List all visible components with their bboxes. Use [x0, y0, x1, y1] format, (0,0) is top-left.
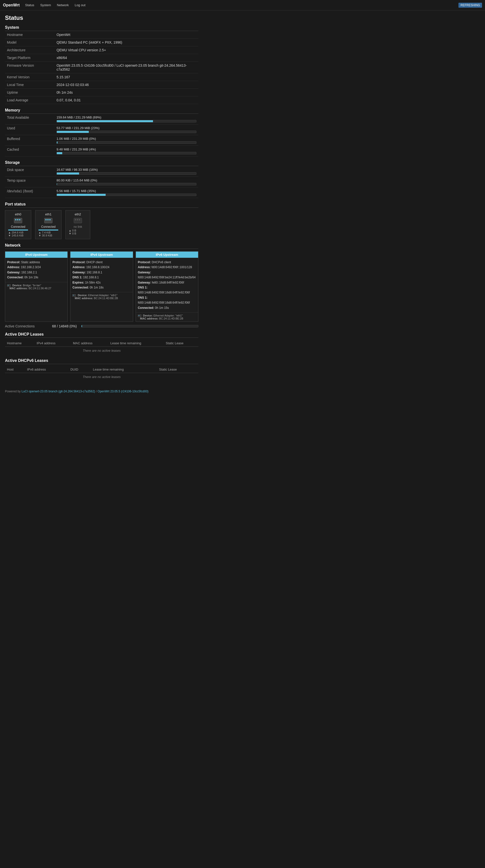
memory-row-value: 159.64 MiB / 231.29 MiB (69%)	[55, 114, 199, 124]
system-row: ModelQEMU Standard PC (i440FX + PIIX, 19…	[5, 39, 199, 46]
system-row: Firmware VersionOpenWrt 23.05.5 r24106-1…	[5, 62, 199, 73]
memory-row-label: Total Available	[5, 114, 55, 124]
port-upload-icon: ▲	[69, 229, 71, 232]
network-card-header: IPv4 Upstream	[5, 252, 67, 258]
svg-rect-2	[17, 219, 18, 220]
port-status-text: Connected	[38, 225, 58, 228]
mac-label: MAC address:	[140, 317, 158, 320]
network-section-title: Network	[5, 243, 199, 249]
system-row-value: 0.07, 0.04, 0.01	[55, 96, 199, 104]
address-label: Address:	[7, 266, 20, 269]
dhcp-col-header: Lease time remaining	[108, 340, 164, 347]
dhcp-leases-title: Active DHCP Leases	[5, 332, 199, 338]
connected-label: Connected:	[72, 286, 89, 289]
memory-row-value: 1.06 MiB / 231.29 MiB (0%)	[55, 135, 199, 146]
system-row-label: Hostname	[5, 31, 55, 39]
storage-row-value: 80.00 KiB / 115.64 MiB (0%)	[55, 177, 199, 187]
svg-rect-3	[19, 219, 20, 220]
port-upload-icon: ▲	[38, 231, 41, 234]
port-traffic: ▲ 0 B ▼ 0 B	[69, 229, 87, 235]
port-traffic: ▲ 294.6 KiB ▼ 145.6 KiB	[8, 231, 28, 237]
port-status-bar	[8, 229, 28, 230]
svg-rect-15	[8, 285, 9, 285]
system-row-label: Architecture	[5, 46, 55, 54]
brand: OpenWrt	[3, 3, 20, 7]
system-row-label: Firmware Version	[5, 62, 55, 73]
system-row-label: Load Average	[5, 96, 55, 104]
port-upload-icon: ▲	[8, 231, 11, 234]
svg-rect-0	[14, 218, 22, 223]
system-row: Kernel Version5.15.167	[5, 73, 199, 81]
device-icon	[7, 284, 11, 287]
memory-row: Buffered 1.06 MiB / 231.29 MiB (0%)	[5, 135, 199, 146]
memory-progress-fill	[57, 120, 153, 122]
port-status-section: eth0 Connected ▲ 294.6 KiB ▼ 145.6 KiB e…	[5, 210, 199, 239]
memory-progress-label: 9.48 MiB / 231.29 MiB (4%)	[57, 148, 196, 151]
dhcp-leases-table: HostnameIPv4 addressMAC addressLease tim…	[5, 340, 199, 354]
gateway-label: Gateway:	[138, 271, 151, 274]
storage-progress-fill	[57, 183, 57, 185]
nav-system[interactable]: System	[38, 2, 53, 8]
protocol-label: Protocol:	[72, 260, 86, 264]
storage-progress-label: 5.56 MiB / 15.71 MiB (35%)	[57, 189, 196, 193]
mac-label: MAC address:	[9, 287, 28, 290]
memory-progress-fill	[57, 142, 58, 144]
storage-progress-bar	[57, 193, 196, 196]
device-icon	[138, 314, 141, 317]
navbar: OpenWrt Status System Network Log out RE…	[0, 0, 485, 10]
system-row-value: 2024-12-03 02:03:46	[55, 81, 199, 89]
svg-rect-8	[74, 218, 82, 223]
svg-rect-7	[49, 219, 51, 220]
device-icon	[72, 294, 76, 297]
system-row: HostnameOpenWrt	[5, 31, 199, 39]
network-card: IPv6 Upstream Protocol: DHCPv6 client Ad…	[135, 251, 199, 322]
expires-label: Expires:	[72, 281, 84, 284]
system-section-title: System	[5, 25, 199, 31]
dhcp-col-header: Static Lease	[164, 340, 199, 347]
connected-label: Connected:	[7, 276, 24, 279]
address-label: Address:	[72, 266, 85, 269]
memory-row: Used 53.77 MiB / 231.29 MiB (23%)	[5, 124, 199, 135]
memory-progress-label: 159.64 MiB / 231.29 MiB (69%)	[57, 116, 196, 119]
dhcpv6-col-header: Static Lease	[157, 366, 199, 373]
svg-rect-23	[139, 315, 140, 316]
network-card-footer: Device: Ethernet Adapter: "eth1" MAC add…	[136, 312, 198, 321]
address-label: Address:	[138, 266, 151, 269]
system-row-label: Uptime	[5, 89, 55, 96]
memory-progress-bar	[57, 120, 196, 122]
dhcpv6-col-header: DUID	[68, 366, 91, 373]
dhcpv6-leases-table: HostIPv6 addressDUIDLease time remaining…	[5, 366, 199, 381]
port-name: eth1	[38, 212, 58, 216]
svg-rect-19	[73, 295, 74, 296]
nav-network[interactable]: Network	[54, 2, 71, 8]
storage-row-label: Temp space	[5, 177, 55, 187]
memory-progress-fill	[57, 131, 89, 133]
port-name: eth2	[69, 212, 87, 216]
port-card: eth0 Connected ▲ 294.6 KiB ▼ 145.6 KiB	[5, 210, 31, 239]
nav-logout[interactable]: Log out	[72, 2, 88, 8]
footer-slash: /	[96, 390, 98, 393]
system-row: ArchitectureQEMU Virtual CPU version 2.5…	[5, 46, 199, 54]
system-row-label: Target Platform	[5, 54, 55, 62]
network-card: IPv4 Upstream Protocol: Static address A…	[5, 251, 68, 322]
system-row-value: QEMU Virtual CPU version 2.5+	[55, 46, 199, 54]
storage-row-value: 16.67 MiB / 98.33 MiB (16%)	[55, 166, 199, 177]
dhcp-header: HostnameIPv4 addressMAC addressLease tim…	[5, 340, 199, 347]
gateway2-label: Gateway:	[138, 281, 151, 284]
port-status-text: no link	[69, 225, 87, 228]
storage-table: Disk space 16.67 MiB / 98.33 MiB (16%) T…	[5, 166, 199, 198]
dhcpv6-col-header: Lease time remaining	[91, 366, 157, 373]
system-row: Local Time2024-12-03 02:03:46	[5, 81, 199, 89]
dns1-label: DNS 1:	[72, 276, 82, 279]
footer-text1: Powered by	[5, 390, 21, 393]
footer-link2[interactable]: OpenWrt 23.05.5 (r24106-10cc5fcd00)	[98, 390, 149, 393]
device-label: Device:	[78, 294, 87, 297]
footer-link1[interactable]: LuCI openwrt-23.05 branch (git-24.264.56…	[22, 390, 95, 393]
memory-progress-bar	[57, 141, 196, 144]
memory-row: Cached 9.48 MiB / 231.29 MiB (4%)	[5, 146, 199, 156]
dhcpv6-col-header: Host	[5, 366, 25, 373]
nav-status[interactable]: Status	[23, 2, 37, 8]
system-row-value: 0h 1m 24s	[55, 89, 199, 96]
storage-row-label: Disk space	[5, 166, 55, 177]
memory-section-title: Memory	[5, 108, 199, 114]
